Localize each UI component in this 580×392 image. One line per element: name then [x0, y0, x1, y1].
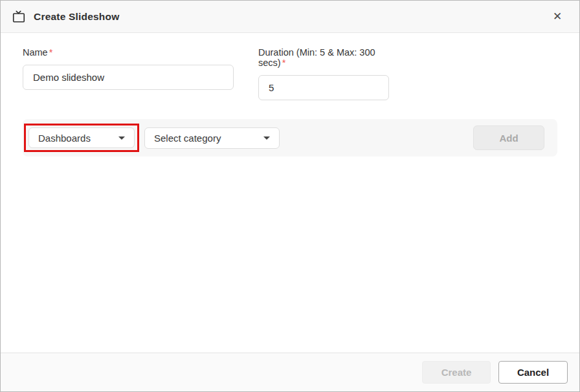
create-slideshow-dialog: Create Slideshow ✕ Name* Duration (Min: …: [0, 0, 580, 392]
chevron-down-icon: [118, 136, 125, 140]
dialog-title: Create Slideshow: [34, 11, 119, 23]
dialog-header: Create Slideshow ✕: [1, 1, 579, 33]
name-label: Name*: [23, 47, 234, 58]
red-annotation-box: Dashboards: [24, 124, 139, 152]
dialog-footer: Create Cancel: [1, 353, 579, 391]
chevron-down-icon: [263, 136, 270, 140]
name-required-mark: *: [49, 47, 53, 58]
dialog-body: Name* Duration (Min: 5 & Max: 300 secs)*…: [1, 33, 579, 353]
category-dropdown[interactable]: Select category: [144, 127, 280, 149]
fields-row: Name* Duration (Min: 5 & Max: 300 secs)*: [23, 47, 556, 100]
duration-label: Duration (Min: 5 & Max: 300 secs)*: [258, 47, 389, 68]
source-type-dropdown[interactable]: Dashboards: [28, 127, 135, 148]
slideshow-tv-icon: [12, 10, 26, 24]
duration-label-text: Duration (Min: 5 & Max: 300 secs): [258, 47, 375, 68]
name-input[interactable]: [23, 65, 234, 90]
add-button[interactable]: Add: [473, 125, 544, 150]
create-button[interactable]: Create: [422, 361, 491, 384]
category-dropdown-value: Select category: [154, 133, 221, 144]
duration-input[interactable]: [258, 75, 389, 100]
name-label-text: Name: [23, 47, 48, 58]
duration-required-mark: *: [282, 58, 286, 68]
name-field-group: Name*: [23, 47, 234, 100]
duration-field-group: Duration (Min: 5 & Max: 300 secs)*: [258, 47, 389, 100]
source-selection-row: Dashboards Select category Add: [23, 119, 557, 157]
close-icon[interactable]: ✕: [548, 8, 566, 26]
source-type-dropdown-value: Dashboards: [38, 133, 91, 144]
cancel-button[interactable]: Cancel: [498, 361, 568, 384]
